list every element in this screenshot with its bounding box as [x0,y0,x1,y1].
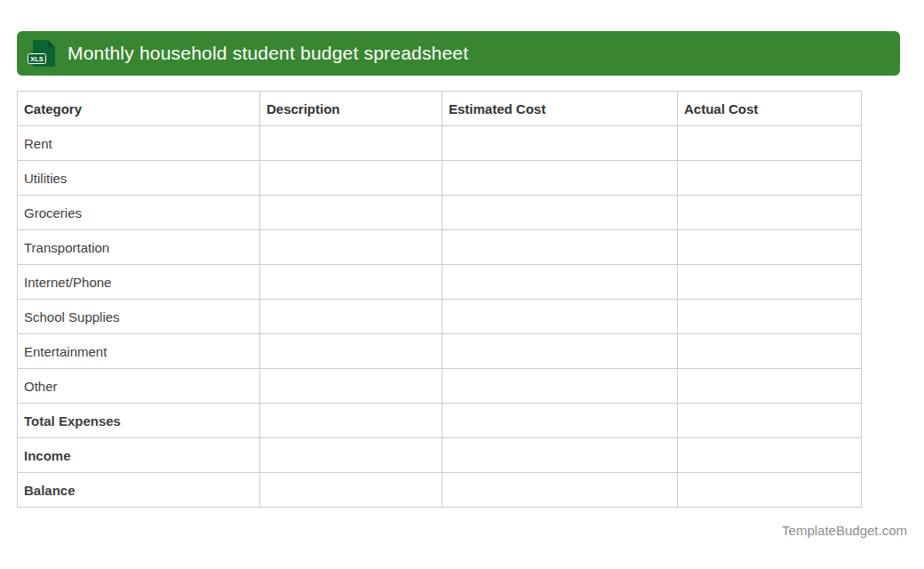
table-row: Utilities [18,161,862,196]
description-cell [260,196,442,230]
page: XLS Monthly household student budget spr… [0,0,924,538]
budget-table: Category Description Estimated Cost Actu… [17,91,862,508]
table-row: Transportation [18,230,862,265]
table-row: Internet/Phone [18,265,862,300]
actual-cost-cell [678,300,862,334]
actual-cost-cell [678,334,862,369]
actual-cost-cell [678,369,862,404]
description-cell [260,369,442,404]
table-row: Entertainment [18,334,862,369]
table-row: Other [18,369,862,404]
category-cell: Other [18,369,260,404]
estimated-cost-cell [442,126,678,161]
column-header-estimated-cost: Estimated Cost [442,92,678,126]
category-cell: Total Expenses [18,404,260,438]
description-cell [260,230,442,265]
estimated-cost-cell [442,404,678,438]
actual-cost-cell [678,265,862,300]
category-cell: Rent [18,126,260,161]
xls-badge-label: XLS [30,55,44,63]
description-cell [260,404,442,438]
column-header-category: Category [18,92,260,126]
category-cell: Transportation [18,230,260,265]
table-row: Groceries [18,196,862,230]
description-cell [260,300,442,334]
description-cell [260,161,442,196]
estimated-cost-cell [442,334,678,369]
actual-cost-cell [678,161,862,196]
category-cell: Utilities [18,161,260,196]
title-banner: XLS Monthly household student budget spr… [17,31,900,76]
table-row: Rent [18,126,862,161]
table-header-row: Category Description Estimated Cost Actu… [18,92,862,126]
table-row: Income [18,438,862,473]
xls-file-icon: XLS [28,39,55,68]
category-cell: Balance [18,473,260,508]
estimated-cost-cell [442,438,678,473]
actual-cost-cell [678,404,862,438]
table-row: School Supplies [18,300,862,334]
estimated-cost-cell [442,369,678,404]
category-cell: Groceries [18,196,260,230]
actual-cost-cell [678,126,862,161]
category-cell: Internet/Phone [18,265,260,300]
actual-cost-cell [678,196,862,230]
page-title: Monthly household student budget spreads… [68,43,468,64]
actual-cost-cell [678,473,862,508]
estimated-cost-cell [442,196,678,230]
description-cell [260,438,442,473]
category-cell: Income [18,438,260,473]
column-header-actual-cost: Actual Cost [678,92,862,126]
description-cell [260,473,442,508]
estimated-cost-cell [442,265,678,300]
table-row: Balance [18,473,862,508]
column-header-description: Description [260,92,442,126]
estimated-cost-cell [442,473,678,508]
estimated-cost-cell [442,161,678,196]
description-cell [260,334,442,369]
estimated-cost-cell [442,230,678,265]
actual-cost-cell [678,438,862,473]
category-cell: School Supplies [18,300,260,334]
table-body: RentUtilitiesGroceriesTransportationInte… [18,126,862,508]
category-cell: Entertainment [18,334,260,369]
description-cell [260,126,442,161]
estimated-cost-cell [442,300,678,334]
description-cell [260,265,442,300]
actual-cost-cell [678,230,862,265]
site-credit: TemplateBudget.com [17,523,907,538]
table-row: Total Expenses [18,404,862,438]
